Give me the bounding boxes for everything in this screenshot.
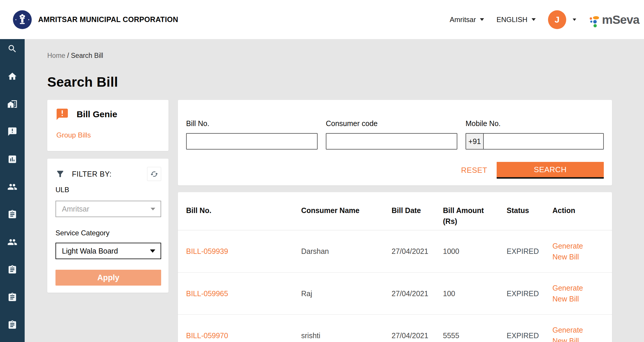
col-header-status: Status — [507, 205, 552, 216]
avatar[interactable]: J — [548, 10, 566, 29]
ulb-label: ULB — [55, 186, 161, 194]
status-cell: EXPIRED — [507, 247, 552, 256]
main-content: Home / Search Bill Search Bill Bill Geni… — [25, 39, 644, 342]
table-body: BILL-059939 Darshan 27/04/2021 1000 EXPI… — [178, 230, 612, 342]
mseva-logo: mSeva — [590, 12, 639, 27]
bill-no-link[interactable]: BILL-059939 — [186, 247, 228, 255]
language-dropdown[interactable]: ENGLISH — [496, 16, 535, 24]
bill-amount-cell: 1000 — [443, 247, 507, 256]
app-header: AMRITSAR MUNICIPAL CORPORATION Amritsar … — [0, 0, 644, 39]
status-cell: EXPIRED — [507, 289, 552, 298]
generate-new-bill-link[interactable]: Generate New Bill — [552, 325, 597, 342]
bill-date-cell: 27/04/2021 — [392, 289, 443, 298]
bill-no-label: Bill No. — [186, 119, 318, 128]
chevron-down-icon — [573, 19, 576, 21]
table-row: BILL-059970 srishti 27/04/2021 5555 EXPI… — [178, 314, 612, 342]
status-cell: EXPIRED — [507, 331, 552, 340]
clipboard-icon[interactable] — [7, 209, 17, 219]
language-dropdown-label: ENGLISH — [496, 16, 527, 24]
home-icon[interactable] — [7, 71, 17, 81]
table-row: BILL-059965 Raj 27/04/2021 100 EXPIRED G… — [178, 272, 612, 314]
service-category-label: Service Category — [55, 229, 161, 237]
people-icon[interactable] — [7, 182, 17, 192]
bill-amount-cell: 100 — [443, 289, 507, 298]
mobile-no-field: Mobile No. +91 — [466, 119, 604, 150]
col-header-bill-no: Bill No. — [186, 205, 301, 216]
breadcrumb: Home / Search Bill — [47, 52, 612, 60]
chevron-down-icon — [150, 249, 155, 253]
bill-no-link[interactable]: BILL-059965 — [186, 289, 228, 298]
reset-link[interactable]: RESET — [461, 166, 487, 175]
search-icon[interactable] — [7, 44, 17, 54]
filter-title: FILTER BY: — [72, 170, 112, 178]
bill-no-link[interactable]: BILL-059970 — [186, 331, 228, 340]
table-header-row: Bill No. Consumer Name Bill Date Bill Am… — [178, 192, 612, 230]
org-title: AMRITSAR MUNICIPAL CORPORATION — [38, 15, 178, 24]
ulb-select-value: Amritsar — [62, 205, 89, 213]
mseva-brand-text: mSeva — [602, 12, 639, 27]
col-header-action: Action — [552, 205, 604, 216]
sidebar — [0, 39, 25, 342]
mseva-dots-icon — [590, 16, 600, 27]
bill-date-cell: 27/04/2021 — [392, 331, 443, 340]
city-dropdown[interactable]: Amritsar — [450, 16, 484, 24]
mobile-no-input[interactable] — [484, 134, 603, 149]
chevron-down-icon — [480, 18, 484, 21]
bill-no-field: Bill No. — [186, 119, 318, 150]
refresh-icon — [150, 170, 158, 178]
consumer-code-input[interactable] — [326, 133, 457, 150]
mobile-no-label: Mobile No. — [466, 119, 604, 128]
right-column: Bill No. Consumer code Mobile No. +91 — [178, 100, 612, 342]
col-header-bill-date: Bill Date — [392, 205, 443, 216]
filter-funnel-icon — [55, 169, 65, 179]
ulb-select[interactable]: Amritsar — [55, 201, 161, 217]
mobile-prefix: +91 — [466, 134, 484, 149]
consumer-code-label: Consumer code — [326, 119, 457, 128]
service-category-select[interactable]: Light Wala Board — [55, 243, 161, 259]
col-header-consumer-name: Consumer Name — [301, 205, 392, 216]
consumer-name-cell: srishti — [301, 331, 392, 340]
breadcrumb-home-link[interactable]: Home — [47, 52, 65, 59]
apply-button[interactable]: Apply — [55, 270, 161, 286]
chart-icon[interactable] — [7, 154, 17, 164]
people-icon[interactable] — [7, 237, 17, 247]
bill-no-input[interactable] — [186, 133, 318, 150]
col-header-bill-amount: Bill Amount (Rs) — [443, 205, 507, 227]
generate-new-bill-link[interactable]: Generate New Bill — [552, 241, 597, 262]
breadcrumb-current: Search Bill — [71, 52, 103, 59]
home-work-icon[interactable] — [7, 99, 17, 109]
refresh-filters-button[interactable] — [147, 167, 161, 181]
bill-amount-cell: 5555 — [443, 331, 507, 340]
chevron-down-icon — [532, 18, 536, 21]
user-menu[interactable]: J — [548, 10, 576, 29]
municipal-emblem-logo — [13, 10, 32, 29]
clipboard-icon[interactable] — [7, 320, 17, 330]
table-row: BILL-059939 Darshan 27/04/2021 1000 EXPI… — [178, 230, 612, 272]
page-title: Search Bill — [47, 74, 612, 90]
chevron-down-icon — [151, 208, 155, 210]
left-column: Bill Genie Group Bills FILTER BY: ULB Am… — [47, 100, 168, 293]
header-right: Amritsar ENGLISH J mSeva — [450, 10, 639, 29]
consumer-code-field: Consumer code — [326, 119, 457, 150]
clipboard-icon[interactable] — [7, 292, 17, 302]
breadcrumb-separator: / — [67, 52, 69, 59]
consumer-name-cell: Raj — [301, 289, 392, 298]
group-bills-link[interactable]: Group Bills — [56, 131, 91, 139]
search-form-card: Bill No. Consumer code Mobile No. +91 — [178, 100, 612, 185]
search-button[interactable]: SEARCH — [497, 162, 604, 179]
results-table-card: Bill No. Consumer Name Bill Date Bill Am… — [178, 192, 612, 342]
bill-genie-title: Bill Genie — [77, 109, 117, 119]
bill-genie-card: Bill Genie Group Bills — [47, 100, 168, 151]
clipboard-icon[interactable] — [7, 265, 17, 275]
service-category-value: Light Wala Board — [62, 247, 118, 255]
filter-card: FILTER BY: ULB Amritsar Service Category… — [47, 159, 168, 293]
bill-genie-announcement-icon — [55, 108, 69, 121]
bill-date-cell: 27/04/2021 — [392, 247, 443, 256]
header-left: AMRITSAR MUNICIPAL CORPORATION — [13, 10, 178, 29]
generate-new-bill-link[interactable]: Generate New Bill — [552, 283, 597, 304]
announcement-icon[interactable] — [7, 127, 17, 137]
consumer-name-cell: Darshan — [301, 247, 392, 256]
city-dropdown-label: Amritsar — [450, 16, 476, 24]
